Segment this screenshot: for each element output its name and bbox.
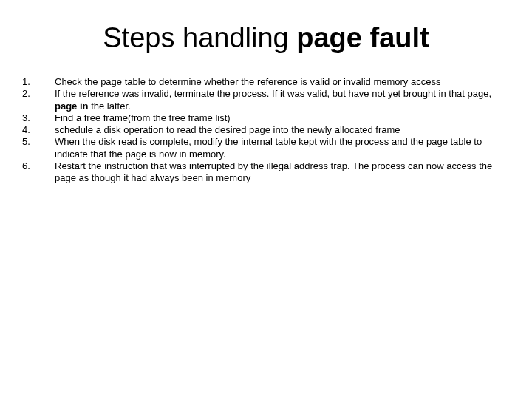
list-item: 6. Restart the instruction that was inte… [22,160,510,185]
list-item: 5. When the disk read is complete, modif… [22,136,510,160]
title-part2: page fault [296,22,429,53]
list-item: 2. If the reference was invalid, termina… [22,88,510,112]
item-number: 2. [22,88,55,112]
item-text: Find a free frame(from the free frame li… [55,112,510,124]
item-number: 5. [22,136,55,160]
item-text: Restart the instruction that was interru… [55,160,510,185]
item-text: schedule a disk operation to read the de… [55,124,510,136]
item-text-pre: If the reference was invalid, terminate … [55,88,491,99]
item-number: 3. [22,112,55,124]
title-part1: Steps handling [103,22,296,53]
slide: Steps handling page fault 1. Check the p… [0,0,532,399]
item-number: 6. [22,160,55,185]
item-text: When the disk read is complete, modify t… [55,136,510,160]
list-item: 1. Check the page table to determine whe… [22,76,510,88]
slide-title: Steps handling page fault [22,22,510,54]
item-text-post: the latter. [89,100,131,112]
steps-list: 1. Check the page table to determine whe… [22,76,510,184]
list-item: 4. schedule a disk operation to read the… [22,124,510,136]
item-text: If the reference was invalid, terminate … [55,88,510,112]
list-item: 3. Find a free frame(from the free frame… [22,112,510,124]
item-text: Check the page table to determine whethe… [55,76,510,88]
item-number: 4. [22,124,55,136]
item-text-bold: page in [55,100,89,112]
item-number: 1. [22,76,55,88]
